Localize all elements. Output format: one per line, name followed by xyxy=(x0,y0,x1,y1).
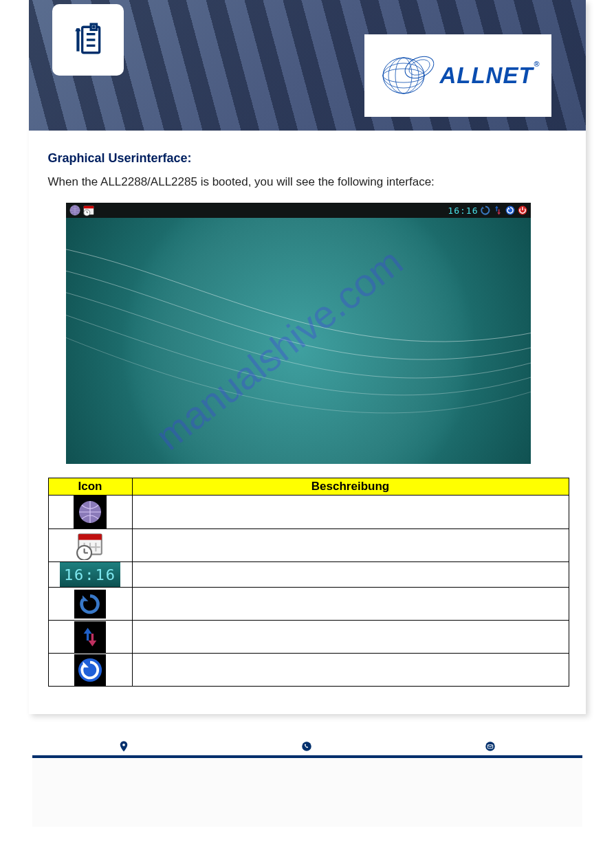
power-icon[interactable] xyxy=(517,205,528,216)
digital-clock-value: 16:16 xyxy=(64,566,116,583)
footer-space xyxy=(32,758,582,827)
brand-logo: ALLNET® xyxy=(364,34,551,117)
notes-document-icon xyxy=(71,23,105,57)
table-desc-cell xyxy=(132,588,569,621)
system-bar: 16:16 xyxy=(66,203,531,218)
digital-clock-icon: 16:16 xyxy=(60,562,120,587)
calendar-clock-icon xyxy=(75,531,105,561)
svg-point-34 xyxy=(122,744,125,746)
calendar-clock-icon[interactable] xyxy=(83,204,95,216)
table-desc-cell xyxy=(132,621,569,654)
network-globe-icon xyxy=(74,496,107,528)
table-header-icon: Icon xyxy=(48,478,132,496)
table-desc-cell xyxy=(132,654,569,687)
up-down-arrows-icon[interactable] xyxy=(492,205,503,216)
status-clock: 16:16 xyxy=(448,205,478,216)
logo-brand-name: ALLNET xyxy=(439,63,533,88)
logo-registered: ® xyxy=(534,60,540,68)
svg-point-35 xyxy=(303,742,312,751)
icon-description-table: Icon Beschreibung xyxy=(48,478,569,687)
up-down-arrows-icon xyxy=(74,621,106,653)
svg-point-36 xyxy=(485,742,495,751)
mail-circle-icon xyxy=(484,740,496,755)
logo-text: ALLNET® xyxy=(439,63,533,89)
table-row xyxy=(48,496,569,529)
phone-circle-icon xyxy=(300,740,313,755)
refresh-arrow-icon[interactable] xyxy=(480,205,491,216)
svg-rect-17 xyxy=(83,206,93,209)
restart-circle-icon[interactable] xyxy=(505,205,516,216)
document-icon-tile xyxy=(52,4,124,76)
table-desc-cell xyxy=(132,496,569,529)
svg-rect-25 xyxy=(78,534,102,539)
svg-point-8 xyxy=(383,63,424,88)
status-clock-value: 16:16 xyxy=(448,205,478,216)
section-heading: Graphical Userinterface: xyxy=(48,151,567,166)
logo-globe-icon xyxy=(382,48,437,103)
refresh-arrow-icon xyxy=(74,590,106,619)
location-pin-icon xyxy=(118,740,130,755)
footer-icon-strip xyxy=(32,742,582,758)
table-desc-cell xyxy=(132,562,569,588)
table-header-desc: Beschreibung xyxy=(132,478,569,496)
wallpaper-lines xyxy=(66,203,531,464)
header-banner: ALLNET® xyxy=(29,0,586,131)
table-row xyxy=(48,588,569,621)
device-screenshot: 16:16 manualshive.com xyxy=(66,203,531,464)
table-row xyxy=(48,621,569,654)
page-content: Graphical Userinterface: When the ALL228… xyxy=(29,131,586,714)
table-row xyxy=(48,654,569,687)
document-page: ALLNET® Graphical Userinterface: When th… xyxy=(29,0,586,714)
network-globe-icon[interactable] xyxy=(69,204,81,216)
table-row xyxy=(48,529,569,562)
table-desc-cell xyxy=(132,529,569,562)
table-row: 16:16 xyxy=(48,562,569,588)
restart-circle-icon xyxy=(74,654,106,686)
section-intro-text: When the ALL2288/ALL2285 is booted, you … xyxy=(48,175,567,189)
